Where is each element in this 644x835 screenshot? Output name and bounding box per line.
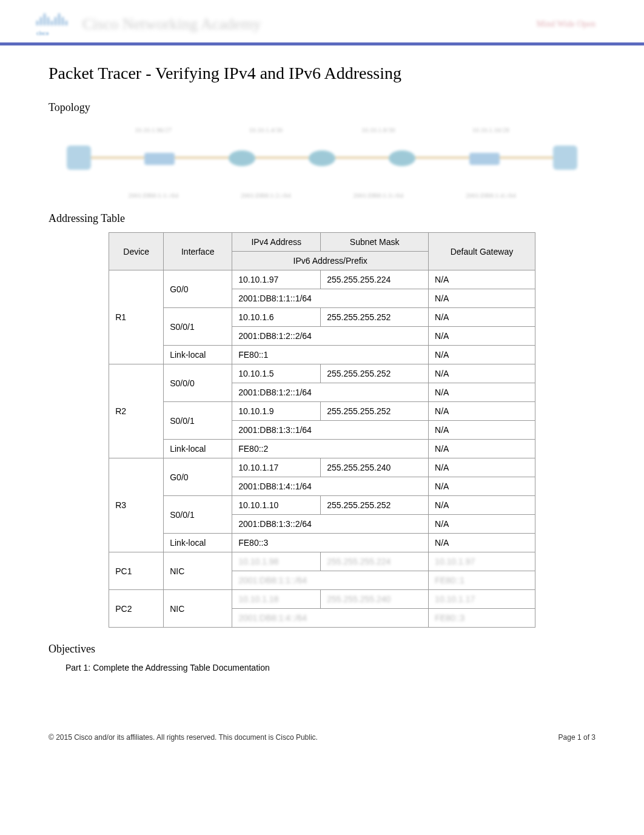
table-row: R2 S0/0/0 10.10.1.5 255.255.255.252 N/A <box>109 364 535 383</box>
page-title: Packet Tracer - Verifying IPv4 and IPv6 … <box>49 64 595 83</box>
topology-label: 10.10.1.4/30 <box>226 126 305 133</box>
topology-label: 2001:DB8:1:2::/64 <box>226 192 305 199</box>
cell-ipv6: 2001:DB8:1:3::1/64 <box>232 421 429 440</box>
table-row: S0/0/1 10.10.1.6 255.255.255.252 N/A <box>109 308 535 327</box>
cell-mask: 255.255.255.252 <box>321 402 429 421</box>
topology-label: 2001:DB8:1:3::/64 <box>339 192 418 199</box>
cisco-logo-word: cisco <box>36 30 70 36</box>
cell-mask-blank: 255.255.255.240 <box>321 590 429 609</box>
cell-gateway: N/A <box>429 534 535 552</box>
cisco-bars-icon <box>36 12 70 25</box>
header-program-title: Cisco Networking Academy <box>82 15 261 33</box>
section-heading-topology: Topology <box>49 101 595 114</box>
cell-interface: NIC <box>164 590 232 628</box>
cell-interface: Link-local <box>164 346 232 364</box>
cell-ipv6: FE80::3 <box>232 534 429 552</box>
cell-ipv6-blank: 2001:DB8:1:4::/64 <box>232 609 429 628</box>
cell-interface: S0/0/1 <box>164 308 232 346</box>
cell-ipv6: FE80::1 <box>232 346 429 364</box>
section-heading-addressing: Addressing Table <box>49 212 595 225</box>
cell-gateway-blank: 10.10.1.97 <box>429 552 535 571</box>
pc-icon <box>553 146 577 170</box>
cell-device: R3 <box>109 458 164 552</box>
topology-label: 10.10.1.16/28 <box>451 126 530 133</box>
cell-gateway: N/A <box>429 289 535 308</box>
cell-ipv4: 10.10.1.9 <box>232 402 321 421</box>
cell-device: PC1 <box>109 552 164 590</box>
document-footer: © 2015 Cisco and/or its affiliates. All … <box>0 697 644 760</box>
cell-gateway: N/A <box>429 364 535 383</box>
cell-interface: G0/0 <box>164 270 232 308</box>
topology-devices <box>67 146 577 170</box>
cell-mask-blank: 255.255.255.224 <box>321 552 429 571</box>
cell-ipv4-blank: 10.10.1.18 <box>232 590 321 609</box>
cell-interface: G0/0 <box>164 458 232 496</box>
cisco-logo: cisco <box>36 12 70 36</box>
cell-interface: NIC <box>164 552 232 590</box>
cell-mask: 255.255.255.252 <box>321 496 429 515</box>
cell-mask: 255.255.255.252 <box>321 308 429 327</box>
cell-device: R1 <box>109 270 164 364</box>
cell-ipv6: 2001:DB8:1:2::2/64 <box>232 327 429 346</box>
topology-label: 2001:DB8:1:1::/64 <box>114 192 193 199</box>
switch-icon <box>144 153 175 165</box>
cell-ipv4: 10.10.1.17 <box>232 458 321 477</box>
cell-device: R2 <box>109 364 164 458</box>
cell-interface: Link-local <box>164 440 232 458</box>
router-icon <box>309 150 335 166</box>
cell-gateway: N/A <box>429 346 535 364</box>
th-gateway: Default Gateway <box>429 233 535 270</box>
table-row: S0/0/1 10.10.1.9 255.255.255.252 N/A <box>109 402 535 421</box>
cell-ipv6: 2001:DB8:1:4::1/64 <box>232 477 429 496</box>
header-left: cisco Cisco Networking Academy <box>36 12 261 36</box>
table-row: PC2 NIC 10.10.1.18 255.255.255.240 10.10… <box>109 590 535 609</box>
cell-ipv6: 2001:DB8:1:2::1/64 <box>232 383 429 402</box>
cell-gateway: N/A <box>429 440 535 458</box>
cell-gateway: N/A <box>429 270 535 289</box>
table-row: R1 G0/0 10.10.1.97 255.255.255.224 N/A <box>109 270 535 289</box>
cell-ipv6: FE80::2 <box>232 440 429 458</box>
cell-gateway: N/A <box>429 383 535 402</box>
topology-top-labels: 10.10.1.96/27 10.10.1.4/30 10.10.1.8/30 … <box>97 126 547 133</box>
footer-copyright: © 2015 Cisco and/or its affiliates. All … <box>49 733 318 742</box>
cell-gateway-blank: 10.10.1.17 <box>429 590 535 609</box>
table-row: Link-local FE80::1 N/A <box>109 346 535 364</box>
cell-ipv4: 10.10.1.5 <box>232 364 321 383</box>
cell-interface: S0/0/0 <box>164 364 232 402</box>
th-mask: Subnet Mask <box>321 233 429 252</box>
table-row: S0/0/1 10.10.1.10 255.255.255.252 N/A <box>109 496 535 515</box>
cell-interface: S0/0/1 <box>164 402 232 440</box>
table-row: Link-local FE80::3 N/A <box>109 534 535 552</box>
cell-gateway: N/A <box>429 402 535 421</box>
cell-ipv4-blank: 10.10.1.98 <box>232 552 321 571</box>
document-body: Packet Tracer - Verifying IPv4 and IPv6 … <box>0 45 644 697</box>
switch-icon <box>469 153 500 165</box>
th-ipv6: IPv6 Address/Prefix <box>232 252 429 270</box>
document-header: cisco Cisco Networking Academy Mind Wide… <box>0 0 644 45</box>
cell-ipv6-blank: 2001:DB8:1:1::/64 <box>232 571 429 590</box>
cell-gateway-blank: FE80::3 <box>429 609 535 628</box>
table-row: Link-local FE80::2 N/A <box>109 440 535 458</box>
table-row: PC1 NIC 10.10.1.98 255.255.255.224 10.10… <box>109 552 535 571</box>
cell-gateway: N/A <box>429 458 535 477</box>
topology-label: 2001:DB8:1:4::/64 <box>451 192 530 199</box>
cell-gateway: N/A <box>429 421 535 440</box>
cell-ipv4: 10.10.1.6 <box>232 308 321 327</box>
section-heading-objectives: Objectives <box>49 643 595 656</box>
cell-ipv6: 2001:DB8:1:1::1/64 <box>232 289 429 308</box>
th-ipv4: IPv4 Address <box>232 233 321 252</box>
cell-gateway: N/A <box>429 496 535 515</box>
cell-ipv4: 10.10.1.10 <box>232 496 321 515</box>
topology-bottom-labels: 2001:DB8:1:1::/64 2001:DB8:1:2::/64 2001… <box>97 192 547 199</box>
cell-mask: 255.255.255.224 <box>321 270 429 289</box>
cell-device: PC2 <box>109 590 164 628</box>
topology-diagram: 10.10.1.96/27 10.10.1.4/30 10.10.1.8/30 … <box>49 121 595 200</box>
pc-icon <box>67 146 91 170</box>
objective-item: Part 1: Complete the Addressing Table Do… <box>65 663 595 672</box>
topology-label: 10.10.1.8/30 <box>339 126 418 133</box>
cell-gateway: N/A <box>429 308 535 327</box>
cell-interface: S0/0/1 <box>164 496 232 534</box>
cell-mask: 255.255.255.252 <box>321 364 429 383</box>
addressing-table-body: R1 G0/0 10.10.1.97 255.255.255.224 N/A 2… <box>109 270 535 628</box>
addressing-table: Device Interface IPv4 Address Subnet Mas… <box>109 232 535 628</box>
